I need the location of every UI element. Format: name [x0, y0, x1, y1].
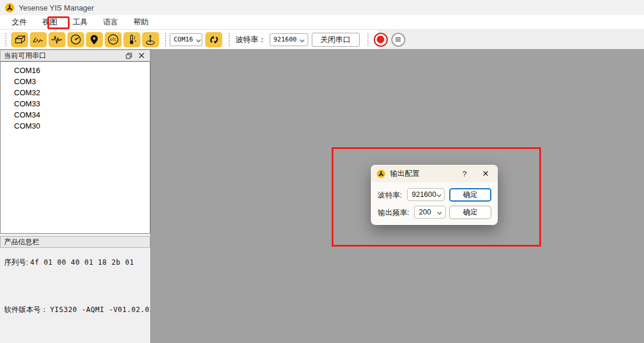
product-info-body: 序列号: 4f 01 00 40 01 18 2b 01 软件版本号： YIS3…	[0, 249, 150, 343]
gauge-icon	[70, 33, 82, 46]
workspace-area: 输出配置 ? ✕ 波特率: 921600 确定 输出频率: 200 确定	[150, 50, 644, 343]
toolbar: UTC COM1	[0, 30, 644, 50]
stop-button[interactable]	[391, 33, 405, 47]
port-list-item[interactable]: COM16	[1, 65, 150, 76]
menu-item-tools[interactable]: 工具	[69, 15, 91, 29]
dialog-frequency-value: 200	[419, 208, 431, 216]
baud-confirm-button[interactable]: 确定	[449, 188, 491, 202]
port-list: COM16 COM3 COM32 COM33 COM34 COM30	[0, 61, 150, 234]
dialog-baud-value: 921600	[412, 190, 436, 199]
port-list-item[interactable]: COM3	[1, 76, 150, 87]
chevron-down-icon	[299, 34, 305, 45]
dialog-title: 输出配置	[390, 169, 419, 179]
menu-item-file[interactable]: 文件	[8, 15, 30, 29]
baud-rate-label: 波特率：	[236, 34, 266, 45]
dock-panel-header: 当前可用串口	[0, 50, 150, 61]
refresh-ports-icon	[208, 34, 220, 46]
chevron-down-icon	[436, 189, 442, 200]
cube-3d-button[interactable]	[11, 32, 28, 47]
dialog-close-button[interactable]: ✕	[478, 165, 493, 182]
yesense-logo-icon	[377, 169, 385, 178]
port-list-item[interactable]: COM32	[1, 87, 150, 98]
gauge-button[interactable]	[67, 32, 84, 47]
output-config-dialog: 输出配置 ? ✕ 波特率: 921600 确定 输出频率: 200 确定	[371, 165, 498, 225]
product-info-title: 产品信息栏	[4, 237, 39, 247]
location-pin-icon	[89, 34, 99, 46]
utc-clock-icon: UTC	[107, 33, 119, 46]
angle-wave-icon	[32, 34, 44, 46]
frequency-confirm-button[interactable]: 确定	[449, 206, 491, 219]
dialog-baud-label: 波特率:	[378, 190, 402, 200]
record-button[interactable]	[374, 33, 388, 47]
title-bar: Yesense YIS Manager	[0, 0, 644, 15]
menu-item-help[interactable]: 帮助	[130, 15, 152, 29]
angle-wave-button[interactable]	[30, 32, 47, 47]
serial-port-dock-panel: 当前可用串口 COM16 COM3 COM32 COM33 COM34 COM3…	[0, 50, 150, 343]
baud-rate-select[interactable]: 921600	[270, 33, 308, 46]
surface-pin-button[interactable]	[142, 32, 159, 47]
dock-panel-title: 当前可用串口	[4, 51, 46, 61]
com-port-value: COM16	[174, 36, 193, 43]
close-serial-button[interactable]: 关闭串口	[312, 33, 360, 47]
product-info-header: 产品信息栏	[0, 236, 150, 248]
temperature-icon	[126, 33, 137, 46]
dialog-title-bar: 输出配置 ? ✕	[371, 165, 498, 182]
toolbar-grip-handle[interactable]	[228, 33, 231, 47]
temperature-button[interactable]	[123, 32, 140, 47]
dialog-baud-select[interactable]: 921600	[407, 188, 445, 201]
vibration-wave-button[interactable]	[49, 32, 66, 47]
cube-3d-icon	[13, 34, 26, 46]
yesense-logo-icon	[5, 3, 15, 13]
menu-item-view[interactable]: 视图	[39, 15, 61, 29]
baud-rate-row: 波特率: 921600 确定	[371, 188, 498, 202]
stop-icon	[395, 37, 401, 42]
utc-clock-button[interactable]: UTC	[105, 32, 122, 47]
software-version-value: YIS320 -AQMI -V01.02.03;	[50, 306, 158, 314]
toolbar-grip-handle[interactable]	[164, 33, 167, 47]
baud-rate-value: 921600	[274, 36, 297, 43]
record-icon	[377, 36, 384, 43]
toolbar-grip-handle[interactable]	[5, 33, 8, 47]
window-title: Yesense YIS Manager	[19, 4, 94, 12]
refresh-ports-button[interactable]	[205, 32, 222, 47]
chevron-down-icon	[437, 207, 442, 217]
surface-pin-icon	[144, 34, 157, 46]
output-frequency-row: 输出频率: 200 确定	[371, 206, 498, 219]
menu-item-language[interactable]: 语言	[99, 15, 122, 29]
serial-number-value: 4f 01 00 40 01 18 2b 01	[30, 258, 134, 266]
location-pin-button[interactable]	[86, 32, 103, 47]
dialog-frequency-select[interactable]: 200	[414, 206, 446, 219]
port-list-item[interactable]: COM34	[1, 109, 150, 120]
serial-number-label: 序列号:	[4, 258, 28, 266]
app-window: Yesense YIS Manager 文件 视图 工具 语言 帮助	[0, 0, 644, 343]
dialog-help-button[interactable]: ?	[457, 165, 472, 182]
close-panel-icon[interactable]	[137, 51, 146, 60]
software-version-line: 软件版本号： YIS320 -AQMI -V01.02.03;	[4, 305, 159, 315]
serial-number-line: 序列号: 4f 01 00 40 01 18 2b 01	[4, 258, 134, 268]
port-list-item[interactable]: COM33	[1, 98, 150, 109]
toolbar-grip-handle[interactable]	[367, 33, 370, 47]
vibration-wave-icon	[50, 34, 63, 46]
port-list-item[interactable]: COM30	[1, 120, 150, 131]
dialog-frequency-label: 输出频率:	[378, 208, 409, 218]
svg-text:UTC: UTC	[109, 37, 116, 41]
chevron-down-icon	[196, 34, 201, 45]
menu-bar: 文件 视图 工具 语言 帮助	[0, 15, 644, 30]
float-panel-icon[interactable]	[124, 51, 133, 60]
software-version-label: 软件版本号：	[4, 306, 48, 314]
com-port-select[interactable]: COM16	[170, 33, 202, 46]
